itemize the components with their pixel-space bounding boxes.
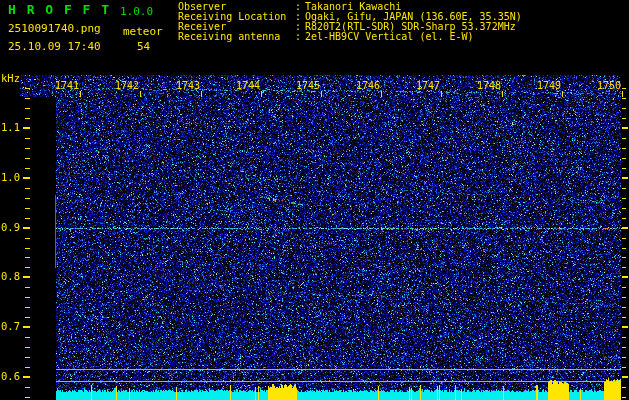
app-title: H R O F F T (8, 4, 111, 15)
y-tick-label-0.9: 0.9 (1, 222, 20, 233)
x-tick-label-1744: 1744 (235, 80, 260, 91)
y-tick-label-1.1: 1.1 (1, 122, 20, 133)
hrofft-screenshot: H R O F F T 1.0.0 2510091740.png meteor … (0, 0, 629, 400)
info-label: Receiving antenna (178, 32, 295, 42)
y-tick-label-0.6: 0.6 (1, 371, 20, 382)
info-separator: : (295, 32, 305, 42)
output-file-name: 2510091740.png (8, 23, 101, 34)
x-tick-label-1747: 1747 (415, 80, 440, 91)
x-tick-label-1750: 1750 (596, 80, 621, 91)
app-version: 1.0.0 (120, 6, 153, 17)
y-tick-label-1.0: 1.0 (1, 172, 20, 183)
x-tick-label-1741: 1741 (54, 80, 79, 91)
x-tick-label-1748: 1748 (476, 80, 501, 91)
y-axis-unit-label: kHz (1, 73, 20, 84)
x-tick-label-1746: 1746 (355, 80, 380, 91)
spectrogram-canvas (0, 0, 629, 400)
mode-label: meteor (123, 26, 163, 37)
y-tick-label-0.8: 0.8 (1, 271, 20, 282)
x-tick-label-1743: 1743 (175, 80, 200, 91)
echo-count: 54 (137, 41, 150, 52)
observation-datetime: 25.10.09 17:40 (8, 41, 101, 52)
station-info-block: Observer:Takanori KawachiReceiving Locat… (178, 2, 522, 42)
info-value: 2el-HB9CV Vertical (el. E-W) (305, 31, 474, 42)
x-tick-label-1749: 1749 (536, 80, 561, 91)
info-row-3: Receiving antenna:2el-HB9CV Vertical (el… (178, 32, 522, 42)
x-tick-label-1742: 1742 (114, 80, 139, 91)
x-tick-label-1745: 1745 (295, 80, 320, 91)
y-tick-label-0.7: 0.7 (1, 321, 20, 332)
